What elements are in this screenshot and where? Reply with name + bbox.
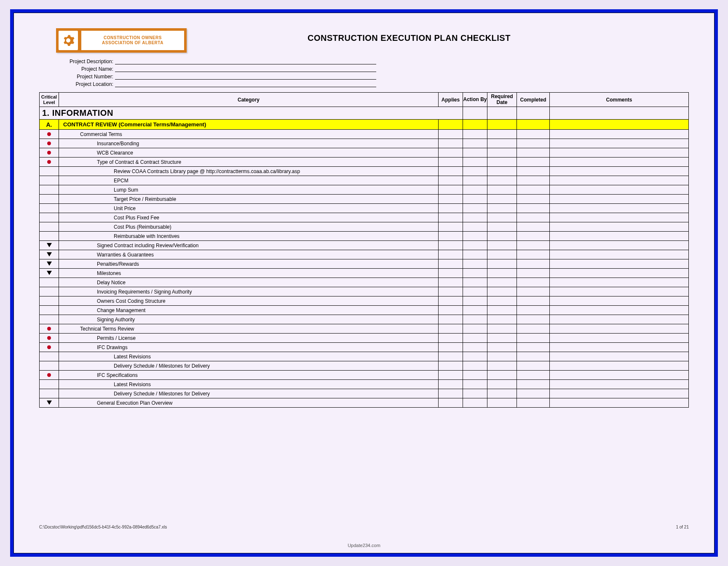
required-date-cell — [487, 167, 517, 176]
applies-cell — [439, 250, 463, 259]
category-cell: Permits / License — [59, 334, 439, 343]
required-date-cell — [487, 334, 517, 343]
category-cell: Delivery Schedule / Milestones for Deliv… — [59, 389, 439, 398]
category-cell: Invoicing Requirements / Signing Authori… — [59, 287, 439, 296]
comments-cell — [550, 380, 689, 389]
required-date-cell — [487, 380, 517, 389]
applies-cell — [439, 371, 463, 380]
comments-cell — [550, 222, 689, 232]
watermark: Update234.com — [14, 543, 714, 548]
col-critical: Critical Level — [40, 93, 59, 107]
required-date-cell — [487, 204, 517, 213]
category-cell: Target Price / Reimbursable — [59, 195, 439, 204]
comments-cell — [550, 167, 689, 176]
category-cell: Latest Revisions — [59, 352, 439, 361]
header-row: Critical Level Category Applies Action B… — [40, 93, 689, 107]
action-by-cell — [463, 269, 487, 278]
critical-cell — [40, 204, 59, 213]
critical-cell — [40, 130, 59, 139]
comments-cell — [550, 306, 689, 315]
completed-cell — [517, 324, 550, 334]
required-date-cell — [487, 259, 517, 269]
required-date-cell — [487, 389, 517, 398]
critical-triangle-icon — [47, 271, 52, 275]
project-meta: Project Description: Project Name: Proje… — [60, 57, 689, 87]
critical-dot-icon — [47, 132, 51, 136]
category-cell: Milestones — [59, 269, 439, 278]
completed-cell — [517, 167, 550, 176]
table-row: IFC Specifications — [40, 371, 689, 380]
required-date-cell — [487, 176, 517, 185]
table-row: Latest Revisions — [40, 352, 689, 361]
completed-cell — [517, 130, 550, 139]
table-row: Owners Cost Coding Structure — [40, 296, 689, 306]
action-by-cell — [463, 334, 487, 343]
table-row: Type of Contract & Contract Structure — [40, 158, 689, 167]
col-required-date: Required Date — [487, 93, 517, 107]
applies-cell — [439, 185, 463, 195]
logo-text: CONSTRUCTION OWNERS ASSOCIATION OF ALBER… — [81, 31, 184, 50]
col-action-by: Action By — [463, 93, 487, 107]
category-cell: Delay Notice — [59, 278, 439, 287]
comments-cell — [550, 398, 689, 408]
completed-cell — [517, 269, 550, 278]
action-by-cell — [463, 389, 487, 398]
category-cell: Type of Contract & Contract Structure — [59, 158, 439, 167]
comments-cell — [550, 130, 689, 139]
category-cell: Latest Revisions — [59, 380, 439, 389]
critical-cell — [40, 278, 59, 287]
table-row: General Execution Plan Overview — [40, 398, 689, 408]
completed-cell — [517, 139, 550, 148]
action-by-cell — [463, 361, 487, 371]
category-cell: Unit Price — [59, 204, 439, 213]
critical-cell — [40, 232, 59, 241]
required-date-cell — [487, 398, 517, 408]
critical-cell — [40, 241, 59, 250]
completed-cell — [517, 287, 550, 296]
applies-cell — [439, 398, 463, 408]
table-row: Change Management — [40, 306, 689, 315]
comments-cell — [550, 296, 689, 306]
subsection-row: A.CONTRACT REVIEW (Commercial Terms/Mana… — [40, 120, 689, 130]
action-by-cell — [463, 204, 487, 213]
required-date-cell — [487, 158, 517, 167]
critical-cell — [40, 315, 59, 324]
critical-cell — [40, 343, 59, 352]
action-by-cell — [463, 185, 487, 195]
applies-cell — [439, 389, 463, 398]
applies-cell — [439, 306, 463, 315]
critical-dot-icon — [47, 345, 51, 349]
header: CONSTRUCTION OWNERS ASSOCIATION OF ALBER… — [39, 28, 689, 53]
critical-dot-icon — [47, 373, 51, 377]
applies-cell — [439, 287, 463, 296]
action-by-cell — [463, 306, 487, 315]
required-date-cell — [487, 232, 517, 241]
action-by-cell — [463, 259, 487, 269]
action-by-cell — [463, 130, 487, 139]
category-cell: Delivery Schedule / Milestones for Deliv… — [59, 361, 439, 371]
critical-cell — [40, 269, 59, 278]
required-date-cell — [487, 352, 517, 361]
applies-cell — [439, 139, 463, 148]
required-date-cell — [487, 195, 517, 204]
table-row: Permits / License — [40, 334, 689, 343]
required-date-cell — [487, 315, 517, 324]
required-date-cell — [487, 324, 517, 334]
meta-row: Project Name: — [60, 64, 689, 72]
gear-icon — [59, 31, 78, 50]
completed-cell — [517, 278, 550, 287]
critical-cell — [40, 167, 59, 176]
category-cell: Warranties & Guarantees — [59, 250, 439, 259]
applies-cell — [439, 232, 463, 241]
comments-cell — [550, 324, 689, 334]
comments-cell — [550, 278, 689, 287]
category-cell: EPCM — [59, 176, 439, 185]
action-by-cell — [463, 213, 487, 222]
table-row: Unit Price — [40, 204, 689, 213]
action-by-cell — [463, 324, 487, 334]
comments-cell — [550, 204, 689, 213]
table-row: Lump Sum — [40, 185, 689, 195]
applies-cell — [439, 195, 463, 204]
table-row: Cost Plus Fixed Fee — [40, 213, 689, 222]
meta-row: Project Description: — [60, 57, 689, 64]
